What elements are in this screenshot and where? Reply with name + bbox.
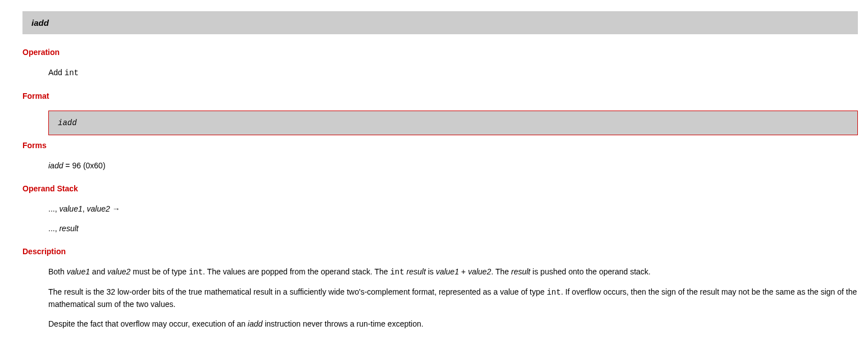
operand-stack-after: ..., result	[48, 223, 858, 235]
description-p2: The result is the 32 low-order bits of t…	[48, 286, 858, 310]
operand-stack-content: ..., value1, value2 → ..., result	[48, 203, 858, 235]
description-content: Both value1 and value2 must be of type i…	[48, 266, 858, 330]
instruction-title-bar: iadd	[22, 11, 858, 34]
format-box: iadd	[48, 111, 858, 135]
description-p3: Despite the fact that overflow may occur…	[48, 318, 858, 330]
description-p1: Both value1 and value2 must be of type i…	[48, 266, 858, 278]
forms-heading: Forms	[22, 141, 858, 150]
instruction-name: iadd	[31, 18, 49, 27]
format-heading: Format	[22, 91, 858, 100]
operand-stack-heading: Operand Stack	[22, 184, 858, 193]
format-instruction: iadd	[58, 118, 77, 127]
operation-heading: Operation	[22, 48, 858, 57]
forms-content: iadd = 96 (0x60)	[48, 160, 858, 172]
operand-stack-before: ..., value1, value2 →	[48, 203, 858, 215]
forms-text: iadd = 96 (0x60)	[48, 160, 858, 172]
operation-content: Add int	[48, 67, 858, 79]
description-heading: Description	[22, 247, 858, 256]
operation-text: Add int	[48, 67, 858, 79]
